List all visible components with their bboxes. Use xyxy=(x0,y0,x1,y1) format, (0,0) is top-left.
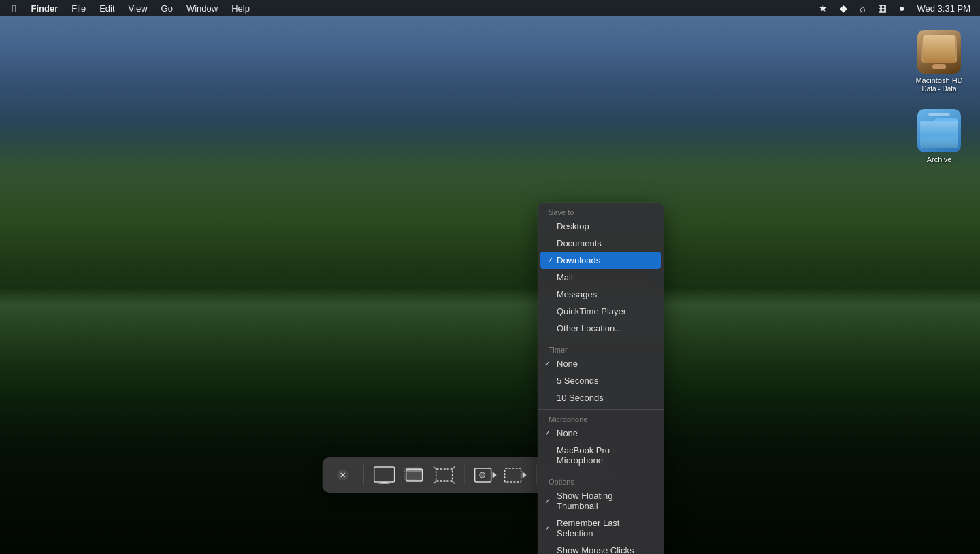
svg-rect-29 xyxy=(505,468,521,482)
menu-item-desktop[interactable]: Desktop xyxy=(538,218,664,235)
apple-menu[interactable]:  xyxy=(5,0,22,16)
go-menu[interactable]: Go xyxy=(156,0,178,16)
help-menu[interactable]: Help xyxy=(226,0,255,16)
microphone-header: Microphone xyxy=(538,412,664,425)
none-mic-label: None xyxy=(557,428,578,438)
none-timer-label: None xyxy=(557,359,578,369)
desktop-icon-archive[interactable]: Archive xyxy=(912,106,966,166)
record-screen-icon xyxy=(474,466,497,484)
record-screen-button[interactable] xyxy=(474,463,498,487)
capture-selection-icon xyxy=(434,466,455,484)
remember-selection-checkmark: ✓ xyxy=(544,524,551,533)
file-menu[interactable]: File xyxy=(66,0,91,16)
menu-item-mail[interactable]: Mail xyxy=(538,269,664,286)
svg-rect-7 xyxy=(927,45,941,46)
desktop-icon-hdd[interactable]: Macintosh HD Data - Data xyxy=(912,27,966,95)
toolbar-separator-1 xyxy=(363,465,364,485)
menu-item-documents[interactable]: Documents xyxy=(538,235,664,252)
toolbar-separator-3 xyxy=(536,465,537,485)
show-thumbnail-checkmark: ✓ xyxy=(544,497,551,506)
none-mic-checkmark: ✓ xyxy=(544,429,551,438)
macbook-mic-label: MacBook Pro Microphone xyxy=(557,445,653,466)
datetime: Wed 3:31 PM xyxy=(913,0,975,16)
5sec-label: 5 Seconds xyxy=(557,376,598,386)
capture-selection-button[interactable] xyxy=(432,463,457,487)
close-button[interactable] xyxy=(331,463,355,487)
svg-rect-17 xyxy=(379,483,390,484)
menu-item-show-thumbnail[interactable]: ✓ Show Floating Thumbnail xyxy=(538,487,664,515)
show-thumbnail-label: Show Floating Thumbnail xyxy=(557,491,653,511)
capture-screen-button[interactable] xyxy=(372,463,397,487)
save-to-header: Save to xyxy=(538,206,664,218)
svg-rect-8 xyxy=(927,48,942,50)
separator-1 xyxy=(538,340,664,340)
menu-item-quicktime[interactable]: QuickTime Player xyxy=(538,303,664,320)
menu-item-remember-selection[interactable]: ✓ Remember Last Selection xyxy=(538,515,664,542)
svg-marker-27 xyxy=(493,472,497,478)
svg-rect-15 xyxy=(374,467,395,482)
remember-selection-label: Remember Last Selection xyxy=(557,518,653,538)
capture-screen-icon xyxy=(374,466,395,484)
menu-item-other-location[interactable]: Other Location... xyxy=(538,320,664,337)
search-icon[interactable]: ⌕ xyxy=(855,0,870,16)
desktop-icons: Macintosh HD Data - Data Archive xyxy=(912,27,966,166)
desktop-label: Desktop xyxy=(557,221,589,231)
airdrop-icon[interactable]: ◆ xyxy=(836,0,851,16)
control-center-icon[interactable]: ▦ xyxy=(874,0,891,16)
svg-line-23 xyxy=(453,466,455,469)
capture-window-button[interactable] xyxy=(402,463,427,487)
menu-item-none-timer[interactable]: ✓ None xyxy=(538,355,664,372)
menu-item-show-clicks[interactable]: Show Mouse Clicks xyxy=(538,542,664,554)
messages-label: Messages xyxy=(557,289,597,299)
svg-marker-30 xyxy=(523,472,527,478)
show-clicks-label: Show Mouse Clicks xyxy=(557,545,634,554)
svg-line-22 xyxy=(434,466,436,469)
hdd-icon-image xyxy=(917,30,961,74)
timer-header: Timer xyxy=(538,343,664,355)
svg-rect-21 xyxy=(436,469,453,481)
separator-3 xyxy=(538,472,664,472)
hdd-svg xyxy=(917,30,961,74)
menu-item-macbook-mic[interactable]: MacBook Pro Microphone xyxy=(538,442,664,469)
hdd-label: Macintosh HD Data - Data xyxy=(915,76,962,93)
svg-line-24 xyxy=(434,481,436,484)
mail-label: Mail xyxy=(557,272,573,282)
finder-menu[interactable]: Finder xyxy=(25,0,63,16)
menu-item-downloads[interactable]: ✓ Downloads xyxy=(540,252,661,269)
downloads-checkmark: ✓ xyxy=(547,256,553,265)
menubar:  Finder File Edit View Go Window Help ★… xyxy=(0,0,980,16)
svg-rect-10 xyxy=(920,121,958,148)
svg-line-25 xyxy=(453,481,455,484)
archive-icon-image xyxy=(917,109,961,152)
bluetooth-icon[interactable]: ★ xyxy=(815,0,832,16)
svg-point-5 xyxy=(949,45,953,49)
other-location-label: Other Location... xyxy=(557,323,622,333)
svg-rect-2 xyxy=(923,37,956,56)
svg-rect-19 xyxy=(406,469,423,472)
svg-rect-3 xyxy=(926,59,953,61)
documents-label: Documents xyxy=(557,238,602,248)
menu-item-messages[interactable]: Messages xyxy=(538,286,664,303)
menu-item-none-mic[interactable]: ✓ None xyxy=(538,425,664,442)
svg-rect-0 xyxy=(921,35,957,63)
downloads-label: Downloads xyxy=(557,255,600,265)
record-selection-button[interactable] xyxy=(504,463,528,487)
menu-item-10sec[interactable]: 10 Seconds xyxy=(538,389,664,406)
capture-window-icon xyxy=(404,466,425,484)
10sec-label: 10 Seconds xyxy=(557,393,604,403)
user-icon[interactable]: ● xyxy=(895,0,909,16)
svg-rect-6 xyxy=(927,41,944,43)
none-timer-checkmark: ✓ xyxy=(544,359,551,368)
edit-menu[interactable]: Edit xyxy=(94,0,120,16)
archive-label: Archive xyxy=(927,155,952,163)
menu-item-5sec[interactable]: 5 Seconds xyxy=(538,372,664,389)
window-menu[interactable]: Window xyxy=(181,0,223,16)
svg-rect-16 xyxy=(382,482,387,483)
options-header: Options xyxy=(538,475,664,487)
record-selection-icon xyxy=(504,466,527,484)
svg-point-4 xyxy=(948,44,955,50)
separator-2 xyxy=(538,409,664,410)
view-menu[interactable]: View xyxy=(123,0,153,16)
toolbar-separator-2 xyxy=(465,465,466,485)
options-dropdown-menu: Save to Desktop Documents ✓ Downloads Ma… xyxy=(538,203,664,554)
